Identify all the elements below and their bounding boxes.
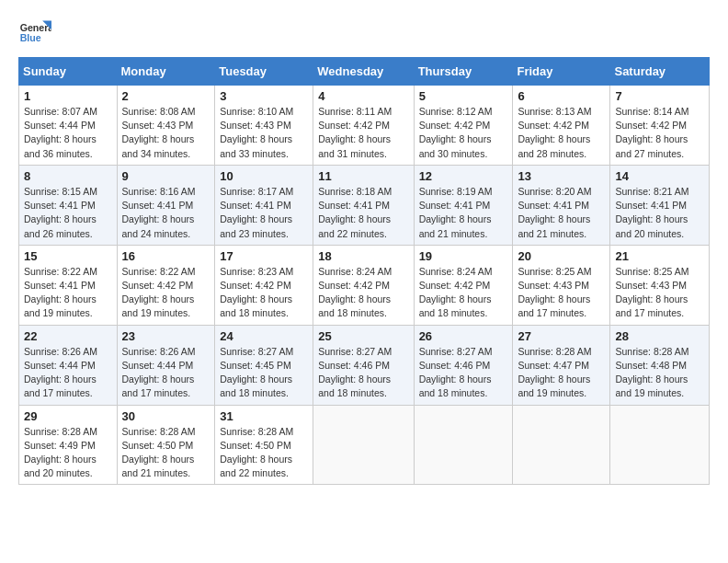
calendar-cell: 12Sunrise: 8:19 AM Sunset: 4:41 PM Dayli… <box>414 165 513 245</box>
calendar-cell: 25Sunrise: 8:27 AM Sunset: 4:46 PM Dayli… <box>313 325 414 405</box>
calendar-table: SundayMondayTuesdayWednesdayThursdayFrid… <box>18 57 710 485</box>
calendar-cell: 31Sunrise: 8:28 AM Sunset: 4:50 PM Dayli… <box>215 405 313 485</box>
cell-details: Sunrise: 8:25 AM Sunset: 4:43 PM Dayligh… <box>518 265 605 321</box>
calendar-header-sunday: Sunday <box>19 58 118 86</box>
day-number: 17 <box>220 249 308 263</box>
calendar-week-row: 8Sunrise: 8:15 AM Sunset: 4:41 PM Daylig… <box>19 165 710 245</box>
cell-details: Sunrise: 8:10 AM Sunset: 4:43 PM Dayligh… <box>220 105 308 161</box>
calendar-cell: 18Sunrise: 8:24 AM Sunset: 4:42 PM Dayli… <box>313 245 414 325</box>
day-number: 12 <box>419 169 508 183</box>
cell-details: Sunrise: 8:18 AM Sunset: 4:41 PM Dayligh… <box>318 185 408 241</box>
day-number: 11 <box>318 169 408 183</box>
calendar-week-row: 1Sunrise: 8:07 AM Sunset: 4:44 PM Daylig… <box>19 86 710 166</box>
calendar-cell: 11Sunrise: 8:18 AM Sunset: 4:41 PM Dayli… <box>313 165 414 245</box>
cell-details: Sunrise: 8:19 AM Sunset: 4:41 PM Dayligh… <box>419 185 508 241</box>
cell-details: Sunrise: 8:11 AM Sunset: 4:42 PM Dayligh… <box>318 105 408 161</box>
cell-details: Sunrise: 8:27 AM Sunset: 4:45 PM Dayligh… <box>220 345 308 401</box>
calendar-header-thursday: Thursday <box>414 58 513 86</box>
day-number: 5 <box>419 89 508 103</box>
calendar-header-tuesday: Tuesday <box>215 58 313 86</box>
day-number: 27 <box>518 329 605 343</box>
calendar-cell: 13Sunrise: 8:20 AM Sunset: 4:41 PM Dayli… <box>513 165 610 245</box>
day-number: 28 <box>615 329 704 343</box>
calendar-cell: 2Sunrise: 8:08 AM Sunset: 4:43 PM Daylig… <box>117 86 215 166</box>
day-number: 9 <box>122 169 210 183</box>
calendar-cell: 1Sunrise: 8:07 AM Sunset: 4:44 PM Daylig… <box>19 86 118 166</box>
cell-details: Sunrise: 8:21 AM Sunset: 4:41 PM Dayligh… <box>615 185 704 241</box>
cell-details: Sunrise: 8:28 AM Sunset: 4:47 PM Dayligh… <box>518 345 605 401</box>
cell-details: Sunrise: 8:27 AM Sunset: 4:46 PM Dayligh… <box>318 345 408 401</box>
calendar-week-row: 29Sunrise: 8:28 AM Sunset: 4:49 PM Dayli… <box>19 405 710 485</box>
calendar-cell: 5Sunrise: 8:12 AM Sunset: 4:42 PM Daylig… <box>414 86 513 166</box>
calendar-cell: 14Sunrise: 8:21 AM Sunset: 4:41 PM Dayli… <box>610 165 710 245</box>
cell-details: Sunrise: 8:26 AM Sunset: 4:44 PM Dayligh… <box>24 345 112 401</box>
day-number: 19 <box>419 249 508 263</box>
calendar-cell: 20Sunrise: 8:25 AM Sunset: 4:43 PM Dayli… <box>513 245 610 325</box>
day-number: 29 <box>24 409 112 423</box>
day-number: 7 <box>615 89 704 103</box>
calendar-cell: 10Sunrise: 8:17 AM Sunset: 4:41 PM Dayli… <box>215 165 313 245</box>
cell-details: Sunrise: 8:22 AM Sunset: 4:42 PM Dayligh… <box>122 265 210 321</box>
calendar-cell: 22Sunrise: 8:26 AM Sunset: 4:44 PM Dayli… <box>19 325 118 405</box>
cell-details: Sunrise: 8:24 AM Sunset: 4:42 PM Dayligh… <box>419 265 508 321</box>
logo-icon: General Blue <box>18 15 51 48</box>
calendar-cell: 28Sunrise: 8:28 AM Sunset: 4:48 PM Dayli… <box>610 325 710 405</box>
day-number: 25 <box>318 329 408 343</box>
header: General Blue <box>18 15 710 48</box>
calendar-cell: 17Sunrise: 8:23 AM Sunset: 4:42 PM Dayli… <box>215 245 313 325</box>
day-number: 26 <box>419 329 508 343</box>
day-number: 4 <box>318 89 408 103</box>
calendar-cell: 21Sunrise: 8:25 AM Sunset: 4:43 PM Dayli… <box>610 245 710 325</box>
calendar-cell: 24Sunrise: 8:27 AM Sunset: 4:45 PM Dayli… <box>215 325 313 405</box>
calendar-cell <box>610 405 710 485</box>
calendar-cell: 9Sunrise: 8:16 AM Sunset: 4:41 PM Daylig… <box>117 165 215 245</box>
calendar-header-row: SundayMondayTuesdayWednesdayThursdayFrid… <box>19 58 710 86</box>
day-number: 10 <box>220 169 308 183</box>
calendar-cell <box>513 405 610 485</box>
cell-details: Sunrise: 8:12 AM Sunset: 4:42 PM Dayligh… <box>419 105 508 161</box>
calendar-header-friday: Friday <box>513 58 610 86</box>
calendar-cell: 19Sunrise: 8:24 AM Sunset: 4:42 PM Dayli… <box>414 245 513 325</box>
day-number: 13 <box>518 169 605 183</box>
day-number: 2 <box>122 89 210 103</box>
cell-details: Sunrise: 8:28 AM Sunset: 4:48 PM Dayligh… <box>615 345 704 401</box>
calendar-cell: 3Sunrise: 8:10 AM Sunset: 4:43 PM Daylig… <box>215 86 313 166</box>
calendar-header-saturday: Saturday <box>610 58 710 86</box>
calendar-week-row: 15Sunrise: 8:22 AM Sunset: 4:41 PM Dayli… <box>19 245 710 325</box>
cell-details: Sunrise: 8:28 AM Sunset: 4:50 PM Dayligh… <box>220 425 308 481</box>
day-number: 31 <box>220 409 308 423</box>
calendar-cell: 30Sunrise: 8:28 AM Sunset: 4:50 PM Dayli… <box>117 405 215 485</box>
day-number: 21 <box>615 249 704 263</box>
cell-details: Sunrise: 8:28 AM Sunset: 4:49 PM Dayligh… <box>24 425 112 481</box>
calendar-cell: 4Sunrise: 8:11 AM Sunset: 4:42 PM Daylig… <box>313 86 414 166</box>
calendar-header-wednesday: Wednesday <box>313 58 414 86</box>
day-number: 24 <box>220 329 308 343</box>
calendar-cell: 23Sunrise: 8:26 AM Sunset: 4:44 PM Dayli… <box>117 325 215 405</box>
cell-details: Sunrise: 8:08 AM Sunset: 4:43 PM Dayligh… <box>122 105 210 161</box>
day-number: 14 <box>615 169 704 183</box>
cell-details: Sunrise: 8:25 AM Sunset: 4:43 PM Dayligh… <box>615 265 704 321</box>
day-number: 6 <box>518 89 605 103</box>
calendar-cell: 26Sunrise: 8:27 AM Sunset: 4:46 PM Dayli… <box>414 325 513 405</box>
cell-details: Sunrise: 8:27 AM Sunset: 4:46 PM Dayligh… <box>419 345 508 401</box>
cell-details: Sunrise: 8:28 AM Sunset: 4:50 PM Dayligh… <box>122 425 210 481</box>
day-number: 1 <box>24 89 112 103</box>
logo: General Blue <box>18 15 51 48</box>
calendar-cell: 16Sunrise: 8:22 AM Sunset: 4:42 PM Dayli… <box>117 245 215 325</box>
cell-details: Sunrise: 8:16 AM Sunset: 4:41 PM Dayligh… <box>122 185 210 241</box>
day-number: 22 <box>24 329 112 343</box>
cell-details: Sunrise: 8:22 AM Sunset: 4:41 PM Dayligh… <box>24 265 112 321</box>
cell-details: Sunrise: 8:23 AM Sunset: 4:42 PM Dayligh… <box>220 265 308 321</box>
calendar-header-monday: Monday <box>117 58 215 86</box>
cell-details: Sunrise: 8:17 AM Sunset: 4:41 PM Dayligh… <box>220 185 308 241</box>
calendar-week-row: 22Sunrise: 8:26 AM Sunset: 4:44 PM Dayli… <box>19 325 710 405</box>
day-number: 16 <box>122 249 210 263</box>
calendar-cell: 6Sunrise: 8:13 AM Sunset: 4:42 PM Daylig… <box>513 86 610 166</box>
day-number: 20 <box>518 249 605 263</box>
cell-details: Sunrise: 8:14 AM Sunset: 4:42 PM Dayligh… <box>615 105 704 161</box>
svg-text:Blue: Blue <box>20 32 41 43</box>
day-number: 3 <box>220 89 308 103</box>
calendar-cell: 15Sunrise: 8:22 AM Sunset: 4:41 PM Dayli… <box>19 245 118 325</box>
cell-details: Sunrise: 8:20 AM Sunset: 4:41 PM Dayligh… <box>518 185 605 241</box>
calendar-cell: 8Sunrise: 8:15 AM Sunset: 4:41 PM Daylig… <box>19 165 118 245</box>
